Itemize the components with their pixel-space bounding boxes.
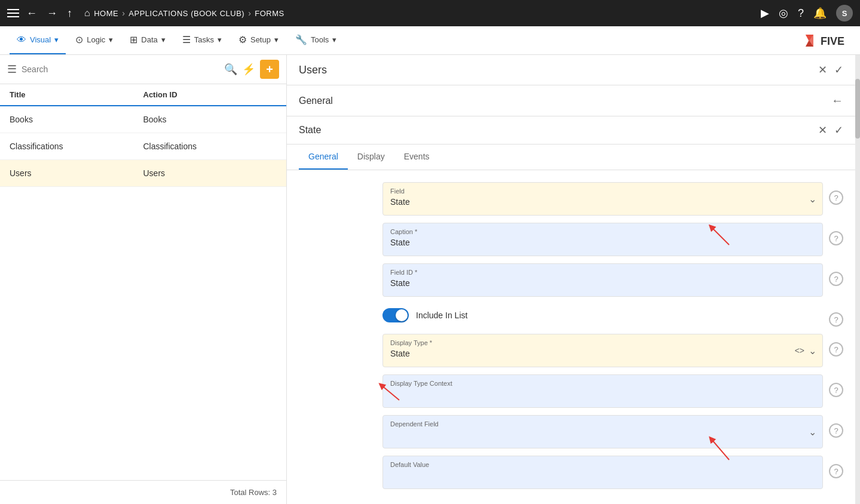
toggle-knob: [396, 309, 408, 321]
search-icon[interactable]: 🔍: [224, 63, 237, 76]
left-panel-menu-icon[interactable]: ☰: [7, 63, 17, 76]
tab-setup[interactable]: ⚙ Setup ▾: [231, 26, 286, 54]
data-dropdown-icon: ▾: [161, 35, 166, 44]
field-input-dependentfield[interactable]: Dependent Field ⌄: [382, 415, 823, 448]
breadcrumb-app[interactable]: APPLICATIONS (BOOK CLUB): [128, 9, 244, 18]
help-icon-defaultvalue[interactable]: ?: [829, 464, 843, 478]
top-nav: ← → ↑ ⌂ HOME › APPLICATIONS (BOOK CLUB) …: [0, 0, 860, 26]
field-label-defaultvalue: Default Value: [390, 461, 815, 468]
field-label-dependentfield: Dependent Field: [390, 420, 815, 428]
field-value-displaytype: State: [390, 349, 410, 358]
field-row-caption: Caption * State ?: [382, 223, 843, 256]
field-input-field[interactable]: Field State ⌄: [382, 182, 823, 216]
field-row-fieldid: Field ID * State ?: [382, 263, 843, 297]
back-arrow[interactable]: ←: [24, 7, 39, 20]
state-title: State: [299, 125, 321, 136]
tab-tasks[interactable]: ☰ Tasks ▾: [175, 26, 229, 54]
breadcrumb-home[interactable]: HOME: [94, 9, 118, 18]
logic-icon: ⊙: [75, 34, 83, 45]
field-input-defaultvalue[interactable]: Default Value: [382, 456, 823, 489]
help-icon-dependentfield[interactable]: ?: [829, 423, 843, 438]
help-icon-displaytype[interactable]: ?: [829, 342, 843, 357]
dependentfield-dropdown-icon: ⌄: [809, 426, 816, 438]
state-check-button[interactable]: ✓: [834, 124, 843, 137]
row-title-books: Books: [10, 115, 143, 124]
check-button[interactable]: ✓: [834, 63, 843, 76]
field-value-caption: State: [390, 238, 410, 247]
field-dropdown-icon: ⌄: [809, 193, 816, 205]
main-layout: ☰ 🔍 ⚡ + Title Action ID Books Books Clas…: [0, 55, 860, 504]
field-input-displaytype[interactable]: Display Type * State <> ⌄: [382, 334, 823, 367]
up-arrow[interactable]: ↑: [65, 7, 75, 20]
field-input-displaycontext[interactable]: Display Type Context: [382, 374, 823, 408]
field-value-fieldid: State: [390, 278, 410, 288]
tab-visual[interactable]: 👁 Visual ▾: [10, 26, 66, 54]
table-row[interactable]: Classifications Classifications: [0, 133, 286, 160]
row-action-classifications: Classifications: [143, 142, 277, 151]
field-container-caption: Caption * State: [382, 223, 823, 256]
tab-logic[interactable]: ⊙ Logic ▾: [68, 26, 120, 54]
nav-right: ▶ ◎ ? 🔔 S: [761, 5, 853, 21]
field-label-fieldid: Field ID *: [390, 269, 815, 276]
breadcrumb-forms[interactable]: FORMS: [255, 9, 284, 18]
state-header-actions: ✕ ✓: [818, 124, 843, 137]
col-header-title: Title: [10, 90, 143, 99]
table-row[interactable]: Books Books: [0, 106, 286, 133]
table-row[interactable]: Users Users: [0, 160, 286, 187]
general-label: General: [299, 96, 333, 106]
field-row-displaytype: Display Type * State <> ⌄ ?: [382, 334, 843, 367]
back-button[interactable]: ←: [831, 94, 843, 107]
tab-tools-label: Tools: [311, 35, 329, 44]
field-container-fieldid: Field ID * State: [382, 263, 823, 297]
field-container-dependentfield: Dependent Field ⌄: [382, 415, 823, 448]
bell-icon[interactable]: 🔔: [813, 7, 827, 20]
field-input-fieldid[interactable]: Field ID * State: [382, 263, 823, 297]
tab-events[interactable]: Events: [394, 145, 439, 170]
field-input-caption[interactable]: Caption * State: [382, 223, 823, 256]
help-circle-icon[interactable]: ?: [798, 7, 804, 20]
add-button[interactable]: +: [260, 60, 279, 79]
row-action-books: Books: [143, 115, 277, 124]
tab-data[interactable]: ⊞ Data ▾: [123, 26, 172, 54]
tab-display[interactable]: Display: [348, 145, 394, 170]
tab-visual-label: Visual: [30, 35, 51, 44]
help-icon-displaycontext[interactable]: ?: [829, 383, 843, 397]
state-header: State ✕ ✓: [287, 116, 855, 145]
tab-general[interactable]: General: [299, 145, 348, 170]
field-row-displaycontext: Display Type Context ?: [382, 374, 843, 408]
help-icon-field[interactable]: ?: [829, 190, 843, 205]
left-panel: ☰ 🔍 ⚡ + Title Action ID Books Books Clas…: [0, 55, 287, 504]
breadcrumb: ⌂ HOME › APPLICATIONS (BOOK CLUB) › FORM…: [84, 8, 284, 19]
play-icon[interactable]: ▶: [761, 7, 769, 20]
field-container-field: Field State ⌄: [382, 182, 823, 216]
general-section: General ←: [287, 85, 855, 116]
right-panel: Users ✕ ✓ General ← State ✕ ✓ General: [287, 55, 855, 504]
hamburger-menu[interactable]: [7, 9, 19, 17]
close-button[interactable]: ✕: [818, 63, 827, 76]
include-in-list-toggle[interactable]: [382, 308, 409, 322]
displaytype-dropdown-icon: ⌄: [809, 345, 816, 357]
visual-dropdown-icon: ▾: [54, 35, 59, 44]
setup-dropdown-icon: ▾: [274, 35, 278, 44]
help-icon-fieldid[interactable]: ?: [829, 272, 843, 286]
field-row-defaultvalue: Default Value ?: [382, 456, 843, 489]
toggle-container: Include In List: [382, 308, 823, 322]
scrollbar[interactable]: [855, 55, 860, 504]
scrollbar-thumb[interactable]: [855, 79, 860, 139]
avatar[interactable]: S: [836, 5, 853, 21]
breadcrumb-sep-1: ›: [122, 8, 125, 18]
svg-text:FIVE: FIVE: [821, 35, 844, 47]
search-circle-icon[interactable]: ◎: [779, 7, 788, 20]
search-input[interactable]: [22, 64, 219, 74]
field-row-field: Field State ⌄ ?: [382, 182, 843, 216]
help-icon-toggle[interactable]: ?: [829, 312, 843, 327]
state-close-button[interactable]: ✕: [818, 124, 827, 137]
flash-icon[interactable]: ⚡: [242, 63, 255, 76]
field-container-defaultvalue: Default Value: [382, 456, 823, 489]
forward-arrow[interactable]: →: [44, 7, 60, 20]
field-container-displaytype: Display Type * State <> ⌄: [382, 334, 823, 367]
home-icon: ⌂: [84, 8, 90, 19]
help-icon-caption[interactable]: ?: [829, 231, 843, 245]
setup-icon: ⚙: [238, 34, 247, 45]
tab-tools[interactable]: 🔧 Tools ▾: [288, 26, 344, 54]
